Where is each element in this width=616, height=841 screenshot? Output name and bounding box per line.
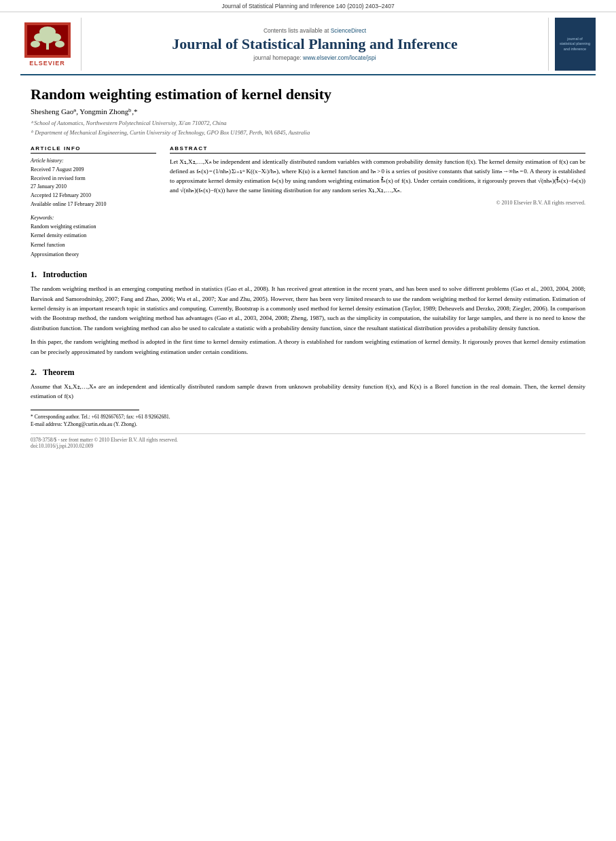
accepted-date: Accepted 12 February 2010 bbox=[31, 192, 156, 200]
theorem-para1-text: Assume that X₁,X₂,…,Xₙ are an independen… bbox=[31, 382, 585, 401]
elsevier-brand-text: ELSEVIER bbox=[29, 60, 65, 67]
keywords-label: Keywords: bbox=[31, 215, 156, 221]
history-label: Article history: bbox=[31, 158, 156, 164]
intro-para2-text: In this paper, the random weighting meth… bbox=[31, 337, 585, 357]
two-column-section: ARTICLE INFO Article history: Received 7… bbox=[31, 145, 585, 259]
keyword-4: Approximation theory bbox=[31, 250, 156, 260]
intro-section-title: 1. Introduction bbox=[31, 270, 585, 280]
svg-point-7 bbox=[41, 34, 54, 43]
theorem-title-text: Theorem bbox=[43, 368, 74, 377]
intro-paragraph-2: In this paper, the random weighting meth… bbox=[31, 337, 585, 357]
footnote-email: E-mail address: Y.Zhong@curtin.edu.au (Y… bbox=[31, 420, 585, 428]
affil-a: ᵃ School of Automatics, Northwestern Pol… bbox=[31, 119, 585, 128]
science-direct-link[interactable]: ScienceDirect bbox=[331, 27, 366, 34]
elsevier-tree-icon bbox=[27, 25, 68, 55]
elsevier-logo-box bbox=[24, 22, 71, 58]
article-info-header: ARTICLE INFO bbox=[31, 145, 156, 154]
abstract-text: Let X₁,X₂,…,Xₙ be independent and identi… bbox=[170, 158, 585, 196]
article-info-column: ARTICLE INFO Article history: Received 7… bbox=[31, 145, 156, 259]
homepage-link[interactable]: www.elsevier.com/locate/jspi bbox=[303, 54, 376, 61]
available-date: Available online 17 February 2010 bbox=[31, 200, 156, 209]
doi-line: doi:10.1016/j.jspi.2010.02.009 bbox=[31, 443, 585, 449]
abstract-header: ABSTRACT bbox=[170, 145, 585, 154]
journal-homepage: journal homepage: www.elsevier.com/locat… bbox=[253, 54, 376, 61]
page-wrapper: Journal of Statistical Planning and Infe… bbox=[0, 0, 616, 841]
theorem-paragraph-1: Assume that X₁,X₂,…,Xₙ are an independen… bbox=[31, 382, 585, 401]
article-authors: Shesheng Gaoᵃ, Yongmin Zhongᵇ,* bbox=[31, 107, 585, 116]
revised-date: 27 January 2010 bbox=[31, 183, 156, 192]
svg-point-4 bbox=[31, 41, 40, 48]
journal-title: Journal of Statistical Planning and Infe… bbox=[172, 35, 458, 53]
bottom-info: 0378-3758/$ - see front matter © 2010 El… bbox=[31, 433, 585, 449]
issn-line: 0378-3758/$ - see front matter © 2010 El… bbox=[31, 437, 585, 443]
footnote-star: * Corresponding author. Tel.: +61 892667… bbox=[31, 413, 585, 420]
affiliations: ᵃ School of Automatics, Northwestern Pol… bbox=[31, 119, 585, 137]
intro-para1-text: The random weighting method is an emergi… bbox=[31, 285, 585, 332]
journal-thumb-box: journal of statistical planning and infe… bbox=[555, 18, 596, 71]
copyright-line: © 2010 Elsevier B.V. All rights reserved… bbox=[170, 200, 585, 206]
svg-point-5 bbox=[55, 41, 65, 48]
article-title: Random weighting estimation of kernel de… bbox=[31, 86, 585, 103]
abstract-column: ABSTRACT Let X₁,X₂,…,Xₙ be independent a… bbox=[170, 145, 585, 259]
science-direct-line: Contents lists available at ScienceDirec… bbox=[264, 27, 366, 34]
affil-b: ᵇ Department of Mechanical Engineering, … bbox=[31, 128, 585, 137]
journal-header: ELSEVIER Contents lists available at Sci… bbox=[20, 12, 596, 75]
elsevier-logo: ELSEVIER bbox=[20, 18, 81, 71]
revised-label: Received in revised form bbox=[31, 175, 156, 183]
top-bar: Journal of Statistical Planning and Infe… bbox=[0, 0, 616, 12]
journal-center: Contents lists available at ScienceDirec… bbox=[81, 18, 548, 71]
keyword-2: Kernel density estimation bbox=[31, 231, 156, 240]
intro-title-text: Introduction bbox=[43, 270, 87, 279]
journal-thumb-title: journal of statistical planning and infe… bbox=[560, 37, 590, 51]
keywords-section: Keywords: Random weighting estimation Ke… bbox=[31, 215, 156, 259]
intro-paragraph-1: The random weighting method is an emergi… bbox=[31, 284, 585, 333]
journal-thumbnail: journal of statistical planning and infe… bbox=[548, 18, 596, 71]
received-date: Received 7 August 2009 bbox=[31, 166, 156, 175]
theorem-section-title: 2. Theorem bbox=[31, 368, 585, 378]
article-content: Random weighting estimation of kernel de… bbox=[0, 75, 616, 459]
keyword-1: Random weighting estimation bbox=[31, 222, 156, 232]
journal-citation: Journal of Statistical Planning and Infe… bbox=[221, 3, 394, 10]
keyword-3: Kernel function bbox=[31, 240, 156, 250]
